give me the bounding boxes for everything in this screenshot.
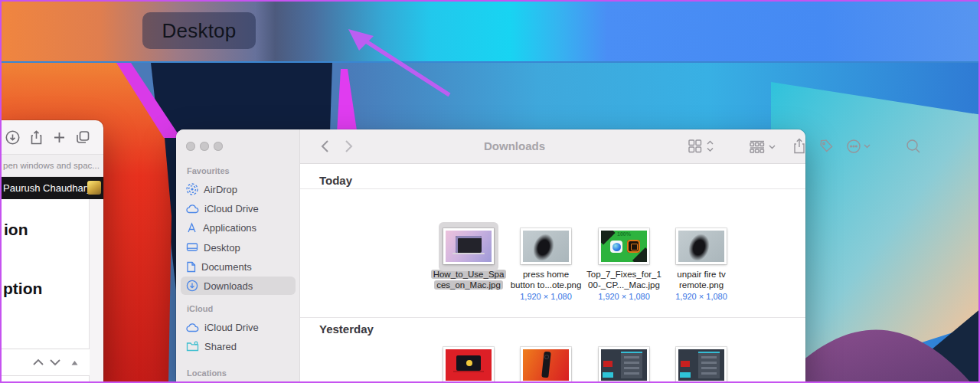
download-icon[interactable]: [5, 130, 20, 145]
file-dimensions: 1,920 × 1,080: [508, 292, 584, 301]
cloud-icon: [186, 204, 199, 214]
close-window-button[interactable]: [186, 142, 195, 151]
file-unpair-fire-tv[interactable]: unpair fire tv remote.png 1,920 × 1,080: [663, 228, 740, 301]
sidebar-item-icloud-drive-2[interactable]: iCloud Drive: [181, 318, 296, 336]
sidebar-item-desktop[interactable]: Desktop: [181, 238, 296, 257]
sidebar-section-locations: Locations: [187, 368, 227, 378]
file-thumbnail: [676, 347, 727, 383]
sidebar-section-favourites: Favourites: [187, 166, 230, 175]
chevron-down-icon[interactable]: [49, 358, 61, 367]
browser-window-partial: pen windows and spac... Paurush Chaudhar…: [2, 120, 103, 383]
tab-overview-icon[interactable]: [76, 130, 90, 144]
chevron-up-icon[interactable]: [32, 358, 44, 367]
author-avatar: [87, 181, 101, 195]
shared-folder-icon: [186, 341, 199, 352]
author-name: Paurush Chaudhary: [3, 182, 92, 194]
file-thumbnail: 100%: [599, 228, 649, 264]
tag-button[interactable]: [818, 138, 835, 158]
file-top-7-fixes[interactable]: 100% Top_7_Fixes_for_1 00-_CP..._Mac.jpg…: [586, 228, 662, 301]
airdrop-icon: [186, 183, 198, 195]
group-header-yesterday: Yesterday: [319, 322, 374, 336]
forward-button[interactable]: [345, 139, 353, 153]
sidebar-item-airdrop[interactable]: AirDrop: [181, 180, 296, 198]
page-caption-fragment: pen windows and spac...: [2, 154, 103, 177]
share-icon[interactable]: [30, 130, 43, 145]
article-heading-fragment: ion: [4, 221, 28, 239]
file-dimensions: 1,920 × 1,080: [663, 292, 740, 301]
edge-logo: [610, 241, 622, 253]
caret-up-icon[interactable]: [70, 359, 79, 366]
file-thumbnail: [443, 228, 494, 264]
document-icon: [186, 261, 196, 273]
finder-sidebar: Favourites AirDrop iCloud Drive Applicat…: [176, 129, 300, 383]
desktop-icon: [186, 242, 198, 253]
sidebar-section-icloud: iCloud: [187, 304, 213, 313]
screenshot-stage: Desktop pen windows and spac... Paurush …: [0, 0, 980, 383]
finder-content: Today How_to_Use_Spa ces_on_Mac.jpg pre: [300, 164, 805, 383]
zoom-window-button[interactable]: [214, 142, 223, 151]
file-8-best-fixes[interactable]: 8_Best_Fixes_for _Fire_T...rking.jpg: [508, 347, 584, 383]
group-by-button[interactable]: [749, 138, 778, 158]
sidebar-item-applications[interactable]: Applications: [181, 218, 296, 237]
more-options-button[interactable]: [845, 138, 873, 158]
author-byline-bar[interactable]: Paurush Chaudhary: [2, 177, 103, 199]
file-thumbnail: [521, 347, 571, 383]
downloads-icon: [186, 280, 198, 292]
article-heading-fragment: ption: [3, 280, 42, 298]
sidebar-item-icloud-drive[interactable]: iCloud Drive: [181, 199, 296, 218]
file-dimensions: 1,920 × 1,080: [586, 292, 662, 301]
file-thumbnail: [599, 347, 649, 383]
browser-toolbar: [2, 120, 103, 154]
file-name: Top_7_Fixes_for_1 00-_CP..._Mac.jpg: [586, 270, 662, 290]
find-bar: [2, 349, 90, 376]
file-6-best-ways[interactable]: 6_Best_Ways_to_ Fix_Mac...leep.jpg: [430, 347, 507, 383]
file-name: press home button to...ote.png: [508, 270, 584, 290]
search-icon[interactable]: [905, 138, 922, 158]
new-tab-icon[interactable]: [53, 131, 66, 144]
window-title: Downloads: [484, 139, 545, 152]
back-button[interactable]: [321, 139, 329, 153]
minimize-window-button[interactable]: [200, 142, 209, 151]
finder-window: Favourites AirDrop iCloud Drive Applicat…: [176, 129, 805, 383]
file-how-to-use-spaces[interactable]: How_to_Use_Spa ces_on_Mac.jpg: [430, 228, 507, 290]
finder-titlebar: Downloads: [300, 129, 805, 164]
sidebar-item-documents[interactable]: Documents: [181, 257, 296, 276]
cloud-icon: [186, 322, 199, 332]
applications-icon: [186, 222, 198, 234]
file-img-4925[interactable]: IMG_4925.jpg 3,834 × 2,876: [663, 347, 740, 383]
file-press-home-button[interactable]: press home button to...ote.png 1,920 × 1…: [508, 228, 584, 301]
file-name: How_to_Use_Spa ces_on_Mac.jpg: [430, 270, 507, 290]
mission-control-bar: Desktop: [2, 2, 978, 61]
file-device-preferences[interactable]: device preferen...id tv.jpg: [586, 347, 662, 383]
group-header-today: Today: [319, 174, 352, 187]
sidebar-item-downloads[interactable]: Downloads: [181, 277, 296, 295]
file-thumbnail: [676, 228, 727, 264]
file-name: unpair fire tv remote.png: [663, 270, 740, 290]
file-thumbnail: [443, 347, 494, 383]
share-button[interactable]: [792, 138, 807, 158]
file-thumbnail: [521, 228, 571, 264]
mission-control-space-desktop[interactable]: Desktop: [142, 12, 256, 49]
cpu-icon: [627, 240, 640, 253]
view-options-button[interactable]: [688, 138, 717, 158]
sidebar-item-shared[interactable]: Shared: [181, 337, 296, 355]
